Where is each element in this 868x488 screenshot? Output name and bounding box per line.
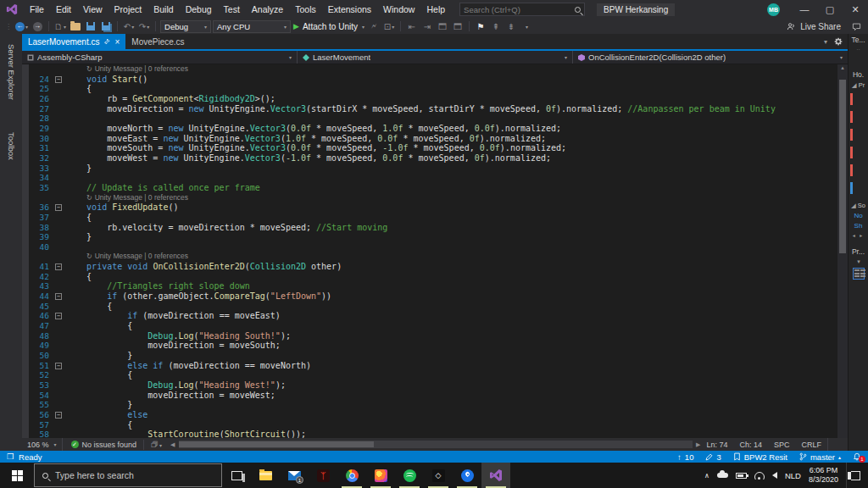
menu-help[interactable]: Help <box>420 0 451 19</box>
attach-to-unity-button[interactable]: ▶ Attach to Unity▾ <box>292 19 365 33</box>
code-line[interactable]: 45 { <box>22 302 848 312</box>
menu-test[interactable]: Test <box>218 0 246 19</box>
battery-icon[interactable] <box>736 473 747 479</box>
breakpoint-margin[interactable] <box>22 223 29 233</box>
keyboard-language[interactable]: NLD <box>785 471 801 480</box>
breakpoint-margin[interactable] <box>22 391 29 401</box>
code-line[interactable]: 25 { <box>22 84 848 94</box>
collapse-toggle-icon[interactable]: − <box>55 293 62 300</box>
taskbar-app-chrome[interactable] <box>337 463 366 488</box>
code-line[interactable]: 27 moveDirection = new UnityEngine.Vecto… <box>22 104 848 114</box>
breakpoint-margin[interactable] <box>22 84 29 94</box>
breakpoint-margin[interactable] <box>22 430 29 438</box>
breakpoint-margin[interactable] <box>22 75 29 85</box>
toolbar-grip[interactable]: ⋮ <box>5 23 11 30</box>
comment-button[interactable]: 🗔 <box>436 19 449 33</box>
menu-build[interactable]: Build <box>147 0 179 19</box>
breakpoint-margin[interactable] <box>22 153 29 164</box>
breakpoint-margin[interactable] <box>22 302 29 312</box>
menu-window[interactable]: Window <box>377 0 420 19</box>
breakpoint-margin[interactable] <box>22 104 29 114</box>
properties-dropdown[interactable]: ▾ <box>857 258 860 265</box>
solution-configuration-dropdown[interactable]: Debug▾ <box>160 20 211 33</box>
new-project-button[interactable]: 🗋▾ <box>53 19 67 33</box>
navigate-forward-button[interactable]: → <box>31 19 44 33</box>
tray-expand-chevron-icon[interactable]: ∧ <box>704 472 709 480</box>
maximize-button[interactable]: ▢ <box>817 0 843 19</box>
pending-changes-button[interactable]: 3 <box>705 452 721 462</box>
server-explorer-tab[interactable]: Server Explorer <box>7 39 16 105</box>
space-mode-indicator[interactable]: SPC <box>768 441 796 449</box>
breakpoint-margin[interactable] <box>22 252 29 262</box>
code-line[interactable]: 41− private void OnCollisionEnter2D(Coll… <box>22 262 848 272</box>
onedrive-icon[interactable] <box>717 473 728 478</box>
code-line[interactable]: 34 <box>22 173 848 183</box>
code-line[interactable]: 56− else <box>22 410 848 420</box>
attach-to-process-button[interactable]: 🗲 <box>367 19 381 33</box>
code-line[interactable]: 55 } <box>22 400 848 410</box>
wifi-icon[interactable] <box>754 472 765 480</box>
breakpoint-margin[interactable] <box>22 321 29 331</box>
code-line[interactable]: 38 rb.velocity = moveDirection * moveSpe… <box>22 223 848 233</box>
horizontal-scrollbar[interactable] <box>179 441 693 448</box>
breakpoint-margin[interactable] <box>22 124 29 134</box>
live-share-button[interactable]: Live Share <box>800 22 841 31</box>
issues-status[interactable]: No issues found <box>82 441 137 449</box>
list-item-color-bar[interactable] <box>850 147 853 158</box>
collapse-toggle-icon[interactable]: − <box>55 263 62 270</box>
code-line[interactable]: 57 { <box>22 420 848 430</box>
breakpoint-margin[interactable] <box>22 361 29 371</box>
cursor-column-indicator[interactable]: Ch: 14 <box>733 441 768 449</box>
solution-platform-dropdown[interactable]: Any CPU▾ <box>213 20 291 33</box>
code-line[interactable]: 47 { <box>22 321 848 331</box>
menu-extensions[interactable]: Extensions <box>322 0 377 19</box>
property-grid-icon[interactable] <box>853 268 865 280</box>
taskbar-app-game-app[interactable]: ᛉ <box>309 463 337 488</box>
breakpoint-margin[interactable] <box>22 193 29 203</box>
uncomment-button[interactable]: 🗖 <box>451 19 465 33</box>
codelens-line[interactable]: ↻Unity Message | 0 references <box>22 64 848 75</box>
class-dropdown[interactable]: LaserMovement ▾ <box>298 51 573 64</box>
codelens-text[interactable]: Unity Message | 0 references <box>95 64 188 73</box>
save-all-button[interactable] <box>99 19 113 33</box>
code-line[interactable]: 35 // Update is called once per frame <box>22 183 848 193</box>
code-line[interactable]: 48 Debug.Log("Heading South!"); <box>22 331 848 341</box>
breakpoint-margin[interactable] <box>22 400 29 410</box>
code-line[interactable]: 28 <box>22 114 848 124</box>
taskbar-app-spotify[interactable] <box>395 463 424 488</box>
quick-search-box[interactable]: Search (Ctrl+Q) <box>459 3 585 16</box>
scroll-left-arrow[interactable]: ◀ <box>170 441 175 448</box>
breakpoint-margin[interactable] <box>22 331 29 341</box>
panel-scroll-arrows[interactable]: ◂ ▸ <box>853 232 865 238</box>
preview-window-button[interactable]: ⊡▾ <box>382 19 396 33</box>
increase-indent-button[interactable]: ⇥ <box>420 19 434 33</box>
outgoing-commits-button[interactable]: ↑ 10 <box>677 452 693 462</box>
codelens-text[interactable]: Unity Message | 0 references <box>95 252 188 260</box>
breakpoint-margin[interactable] <box>22 291 29 302</box>
code-line[interactable]: 30 moveEast = new UnityEngine.Vector3(1.… <box>22 134 848 144</box>
taskbar-app-file-explorer[interactable] <box>251 463 280 488</box>
menu-tools[interactable]: Tools <box>289 0 322 19</box>
code-editor[interactable]: ↻Unity Message | 0 references24− void St… <box>22 64 848 438</box>
panel-link-2[interactable]: Sh <box>854 222 863 230</box>
gear-icon[interactable] <box>834 37 843 46</box>
tab-lasermovement-cs[interactable]: LaserMovement.cs× <box>22 34 125 49</box>
collapse-toggle-icon[interactable]: − <box>55 363 62 369</box>
code-line[interactable]: 53 Debug.Log("Heading West!"); <box>22 380 848 391</box>
start-button[interactable] <box>0 463 34 488</box>
code-line[interactable]: 26 rb = GetComponent<Rigidbody2D>(); <box>22 94 848 104</box>
bookmark-button[interactable]: ⚑ <box>474 19 487 33</box>
breakpoint-margin[interactable] <box>22 410 29 420</box>
list-item-color-bar[interactable] <box>850 111 853 123</box>
breakpoint-margin[interactable] <box>22 183 29 193</box>
breakpoint-margin[interactable] <box>22 134 29 144</box>
zoom-level-dropdown[interactable]: 106 %▾ <box>22 438 63 451</box>
code-line[interactable]: 31 moveSouth = new UnityEngine.Vector3(0… <box>22 143 848 153</box>
line-ending-indicator[interactable]: CRLF <box>795 441 827 449</box>
menu-debug[interactable]: Debug <box>180 0 218 19</box>
section-2-header[interactable]: ◢ So <box>851 202 865 209</box>
open-file-button[interactable] <box>69 19 82 33</box>
breakpoint-margin[interactable] <box>22 262 29 272</box>
code-line[interactable]: 49 moveDirection = moveSouth; <box>22 341 848 351</box>
code-line[interactable]: 42 { <box>22 272 848 282</box>
